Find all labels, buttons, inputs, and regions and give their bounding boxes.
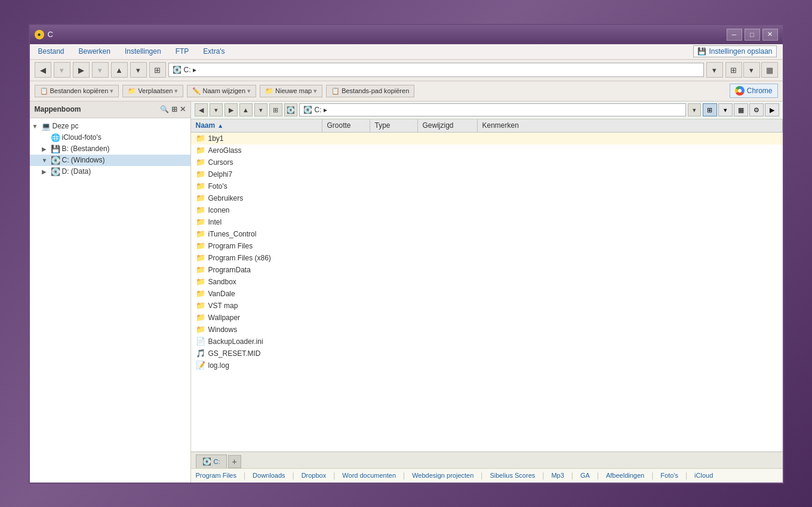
file-view-extra2[interactable]: ▶: [765, 103, 779, 116]
quick-access-item[interactable]: Sibelius Scores: [490, 472, 535, 479]
move-button[interactable]: 📁 Verplaatsen ▾: [122, 85, 183, 97]
file-addr-dropdown[interactable]: ▾: [688, 103, 701, 116]
copy-path-button[interactable]: 📋 Bestands-pad kopiëren: [326, 85, 414, 97]
file-nav-button[interactable]: 💽: [284, 103, 297, 116]
rename-button[interactable]: ✏️ Naam wijzigen ▾: [187, 85, 256, 97]
file-view-extra[interactable]: ⚙: [749, 103, 764, 116]
menu-bestand[interactable]: Bestand: [36, 46, 67, 57]
quick-access-item[interactable]: Foto's: [660, 472, 678, 479]
view-split-button[interactable]: ▦: [761, 62, 778, 78]
tree-item-c-drive[interactable]: ▼ 💽 C: (Windows): [30, 155, 190, 166]
new-folder-icon: 📁: [265, 87, 273, 95]
expand-b: ▶: [42, 146, 49, 152]
sidebar-search-icon[interactable]: 🔍: [160, 105, 169, 113]
quick-access-item[interactable]: Downloads: [253, 472, 285, 479]
file-name: Program Files (x86): [208, 254, 328, 262]
file-address-bar[interactable]: 💽 C: ▸: [299, 103, 686, 116]
copy-files-button[interactable]: 📋 Bestanden kopiëren ▾: [35, 85, 119, 97]
quick-access-item[interactable]: Word documenten: [342, 472, 396, 479]
b-drive-label: B: (Bestanden): [62, 145, 110, 153]
new-folder-button[interactable]: 📁 Nieuwe map ▾: [260, 85, 322, 97]
menu-extras[interactable]: Extra's: [201, 46, 227, 57]
file-item[interactable]: 📁Foto's: [191, 180, 783, 192]
tab-bar: 💽 C: +: [191, 451, 783, 468]
file-up-dropdown[interactable]: ▾: [254, 103, 267, 116]
copy-path-label: Bestands-pad kopiëren: [342, 87, 409, 94]
file-view-split[interactable]: ▦: [734, 103, 748, 116]
back-dropdown[interactable]: ▾: [54, 62, 70, 78]
addr-dropdown[interactable]: ▾: [706, 62, 723, 78]
maximize-button[interactable]: □: [745, 29, 760, 41]
file-item[interactable]: 📁VST map: [191, 300, 783, 312]
file-item[interactable]: 📁Program Files: [191, 240, 783, 252]
file-extra-button[interactable]: ⊞: [269, 103, 282, 116]
close-button[interactable]: ✕: [762, 29, 778, 41]
tree-item-d-drive[interactable]: ▶ 💽 D: (Data): [30, 166, 190, 177]
file-up-button[interactable]: ▲: [239, 103, 253, 116]
tree-item-b-drive[interactable]: ▶ 💾 B: (Bestanden): [30, 143, 190, 155]
save-settings-button[interactable]: 💾 Instellingen opslaan: [693, 45, 776, 57]
rename-icon: ✏️: [192, 87, 201, 95]
title-controls: ─ □ ✕: [727, 29, 778, 41]
file-item[interactable]: 📁Cursors: [191, 156, 783, 168]
quick-access-item[interactable]: Dropbox: [302, 472, 327, 479]
quick-access-item[interactable]: iCloud: [694, 472, 713, 479]
up-dropdown[interactable]: ▾: [130, 62, 147, 78]
forward-dropdown[interactable]: ▾: [92, 62, 109, 78]
back-button[interactable]: ◀: [35, 62, 51, 78]
file-item[interactable]: 🎵GS_RESET.MID: [191, 348, 783, 359]
file-item[interactable]: 📁Wallpaper: [191, 312, 783, 324]
folder-special-icon: 📁: [196, 277, 205, 286]
file-item[interactable]: 📁ProgramData: [191, 264, 783, 276]
file-item[interactable]: 📁AeroGlass: [191, 145, 783, 156]
file-item[interactable]: 📁Program Files (x86): [191, 252, 783, 264]
quick-access-item[interactable]: GA: [580, 472, 590, 479]
add-tab-button[interactable]: +: [228, 455, 241, 468]
file-view-grid[interactable]: ⊞: [703, 103, 717, 116]
file-item[interactable]: 📁iTunes_Control: [191, 228, 783, 240]
view-grid-button[interactable]: ⊞: [725, 62, 742, 78]
view-dropdown[interactable]: ▾: [743, 62, 760, 78]
file-back-button[interactable]: ◀: [195, 103, 208, 116]
col-gewijzigd[interactable]: Gewijzigd: [418, 119, 478, 132]
quick-access-item[interactable]: Program Files: [196, 472, 236, 479]
file-item[interactable]: 📁Delphi7: [191, 168, 783, 180]
col-naam[interactable]: Naam ▲: [191, 119, 322, 132]
file-view-dropdown[interactable]: ▾: [718, 103, 733, 116]
file-item[interactable]: 📁Gebruikers: [191, 192, 783, 204]
file-item[interactable]: 📁Iconen: [191, 204, 783, 216]
col-type[interactable]: Type: [370, 119, 418, 132]
menu-ftp[interactable]: FTP: [173, 46, 192, 57]
sidebar-title: Mappenboom: [35, 105, 81, 113]
folder-icon: 📁: [196, 158, 205, 167]
file-item[interactable]: 📁1by1: [191, 133, 783, 145]
file-back-dropdown[interactable]: ▾: [210, 103, 223, 116]
tab-c-drive[interactable]: 💽 C:: [196, 454, 227, 468]
menu-bewerken[interactable]: Bewerken: [76, 46, 113, 57]
tree-item-icloud[interactable]: 🌐 iCloud-foto's: [30, 132, 190, 143]
file-forward-button[interactable]: ▶: [224, 103, 238, 116]
copy-dropdown-icon: ▾: [110, 87, 113, 95]
file-item[interactable]: 📄BackupLoader.ini: [191, 336, 783, 348]
nav-extra[interactable]: ⊞: [149, 62, 166, 78]
col-kenmerken[interactable]: Kenmerken: [478, 119, 783, 132]
quick-access-item[interactable]: Afbeeldingen: [606, 472, 644, 479]
quick-access-item[interactable]: Webdesign projecten: [412, 472, 473, 479]
file-item[interactable]: 📝log.log: [191, 359, 783, 371]
forward-button[interactable]: ▶: [73, 62, 90, 78]
file-item[interactable]: 📁Intel: [191, 216, 783, 228]
chrome-button[interactable]: Chrome: [730, 84, 778, 98]
file-name: VanDale: [208, 290, 328, 298]
minimize-button[interactable]: ─: [727, 29, 742, 41]
col-grootte[interactable]: Grootte: [322, 119, 370, 132]
sidebar-close-icon[interactable]: ✕: [180, 105, 186, 113]
up-button[interactable]: ▲: [111, 62, 128, 78]
file-item[interactable]: 📁Sandbox: [191, 276, 783, 288]
tree-item-deze-pc[interactable]: ▼ 💻 Deze pc: [30, 121, 190, 132]
menu-instellingen[interactable]: Instellingen: [122, 46, 164, 57]
sidebar-detach-icon[interactable]: ⊞: [171, 105, 177, 113]
file-item[interactable]: 📁Windows: [191, 324, 783, 336]
address-bar[interactable]: 💽 C: ▸: [168, 63, 704, 77]
file-item[interactable]: 📁VanDale: [191, 288, 783, 300]
quick-access-item[interactable]: Mp3: [551, 472, 564, 479]
